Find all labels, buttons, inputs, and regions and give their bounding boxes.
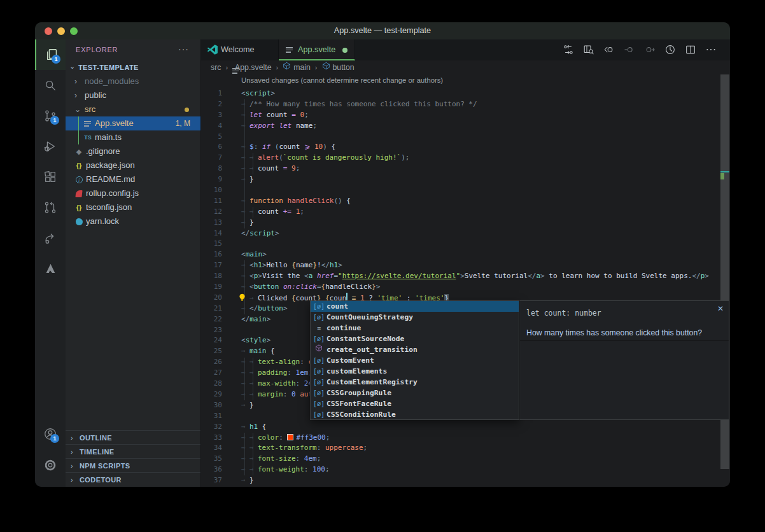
activity-bar-item-explorer[interactable]: 1 bbox=[35, 39, 66, 70]
activity-bar-item-accounts[interactable]: 1 bbox=[35, 419, 66, 449]
chevron-right-icon: › bbox=[71, 473, 73, 487]
suggest-item-cssconditionrule[interactable]: [∅]CSSConditionRule bbox=[311, 409, 519, 420]
sidebar-section-outline[interactable]: ›OUTLINE bbox=[66, 430, 200, 444]
tree-item-node-modules[interactable]: ›node_modules bbox=[66, 74, 200, 88]
suggest-item-continue[interactable]: ≡continue bbox=[311, 323, 519, 333]
suggest-item-create_out_transition[interactable]: create_out_transition bbox=[311, 344, 519, 355]
git-icon: ◆ bbox=[74, 147, 83, 156]
suggest-item-customevent[interactable]: [∅]CustomEvent bbox=[311, 355, 519, 366]
suggest-docs-description: How many times has someone clicked this … bbox=[526, 328, 702, 337]
line-number: 6 bbox=[201, 142, 222, 153]
suggest-item-cssgroupingrule[interactable]: [∅]CSSGroupingRule bbox=[311, 388, 519, 398]
code-line-32[interactable]: 32→h1 { bbox=[201, 422, 730, 433]
activity-bar-item-github-pull-requests[interactable] bbox=[35, 192, 66, 223]
breadcrumb-item[interactable]: button bbox=[333, 60, 354, 74]
code-line-35[interactable]: 35→→font-size: 4em; bbox=[201, 454, 730, 465]
code-line-12[interactable]: 12→→count += 1; bbox=[201, 207, 730, 218]
code-line-6[interactable]: 6→$: if (count ⩾ 10) { bbox=[201, 142, 730, 153]
code-line-13[interactable]: 13→} bbox=[201, 218, 730, 228]
more-actions-icon[interactable] bbox=[705, 44, 717, 55]
tree-item-app-svelte[interactable]: App.svelte1, M bbox=[66, 116, 200, 130]
code-line-4[interactable]: 4→export let name; bbox=[201, 121, 730, 132]
tree-item-src[interactable]: ⌄src bbox=[66, 102, 200, 116]
project-root[interactable]: ⌄ TEST-TEMPLATE bbox=[66, 60, 200, 74]
yarn-icon bbox=[74, 217, 83, 226]
suggest-item-constantsourcenode[interactable]: [∅]ConstantSourceNode bbox=[311, 333, 519, 344]
chevron-right-icon: › bbox=[74, 88, 77, 102]
tab-app-svelte[interactable]: App.svelte bbox=[279, 39, 355, 60]
activity-bar-item-source-control[interactable]: 1 bbox=[35, 101, 66, 131]
tree-item-package-json[interactable]: {}package.json bbox=[66, 158, 200, 172]
code-line-19[interactable]: 19→<button on:click={handleClick}> bbox=[201, 282, 730, 293]
more-actions-icon[interactable]: ··· bbox=[178, 39, 189, 59]
code-editor[interactable]: Unsaved changes (cannot determine recent… bbox=[201, 74, 730, 487]
code-line-3[interactable]: 3→let count = 0; bbox=[201, 110, 730, 121]
scrollbar[interactable] bbox=[720, 74, 729, 487]
sidebar-section-npm-scripts[interactable]: ›NPM SCRIPTS bbox=[66, 458, 200, 472]
activity-bar-item-extensions[interactable] bbox=[35, 162, 66, 192]
previous-change-icon[interactable] bbox=[624, 44, 635, 55]
tree-item-rollup-config-js[interactable]: rollup.config.js bbox=[66, 186, 200, 200]
compare-changes-icon[interactable] bbox=[563, 44, 574, 55]
tree-item-tsconfig-json[interactable]: {}tsconfig.json bbox=[66, 200, 200, 214]
code-line-9[interactable]: 9→} bbox=[201, 174, 730, 185]
code-line-37[interactable]: 37→} bbox=[201, 475, 730, 486]
code-line-34[interactable]: 34→→text-transform: uppercase; bbox=[201, 443, 730, 454]
overview-ruler-modified-mark bbox=[720, 173, 724, 179]
indent-guide bbox=[244, 358, 245, 401]
activity-bar-item-settings[interactable] bbox=[35, 450, 66, 480]
sidebar-section-codetour[interactable]: ›CODETOUR bbox=[66, 472, 200, 486]
rollup-icon bbox=[74, 189, 83, 198]
code-line-33[interactable]: 33→→color: #ff3e00; bbox=[201, 433, 730, 444]
code-line-14[interactable]: 14</script> bbox=[201, 228, 730, 239]
activity-bar-item-run-debug[interactable] bbox=[35, 131, 66, 162]
color-swatch[interactable] bbox=[287, 434, 293, 440]
suggest-item-countqueuingstrategy[interactable]: [∅]CountQueuingStrategy bbox=[311, 312, 519, 323]
code-line-17[interactable]: 17→<h1>Hello {name}!</h1> bbox=[201, 260, 730, 271]
activity-bar-item-azure[interactable] bbox=[35, 253, 66, 284]
codelens-annotation: Unsaved changes (cannot determine recent… bbox=[241, 76, 443, 84]
breadcrumb-item[interactable]: main bbox=[293, 60, 311, 74]
breadcrumb[interactable]: src›App.svelte›main›button bbox=[201, 60, 730, 74]
code-line-16[interactable]: 16<main> bbox=[201, 249, 730, 260]
line-number: 20 bbox=[201, 293, 222, 304]
code-line-15[interactable]: 15 bbox=[201, 239, 730, 249]
code-line-11[interactable]: 11→function handleClick() { bbox=[201, 196, 730, 207]
activity-bar-item-search[interactable] bbox=[35, 70, 66, 101]
title-bar[interactable]: App.svelte — test-template bbox=[35, 22, 730, 39]
suggest-item-cssfontfacerule[interactable]: [∅]CSSFontFaceRule bbox=[311, 398, 519, 409]
tab-welcome[interactable]: Welcome bbox=[202, 39, 279, 60]
code-line-7[interactable]: 7→→alert(`count is dangerously high!`); bbox=[201, 153, 730, 164]
split-editor-icon[interactable] bbox=[685, 44, 696, 55]
code-line-10[interactable]: 10 bbox=[201, 185, 730, 196]
lightbulb-icon[interactable] bbox=[238, 293, 247, 302]
tree-item-public[interactable]: ›public bbox=[66, 88, 200, 102]
code-line-18[interactable]: 18→<p>Visit the <a href="https://svelte.… bbox=[201, 271, 730, 282]
code-line-8[interactable]: 8→→count = 9; bbox=[201, 164, 730, 174]
close-icon[interactable]: ✕ bbox=[717, 304, 724, 313]
tree-item-readme-md[interactable]: iREADME.md bbox=[66, 172, 200, 186]
code-line-1[interactable]: 1<script> bbox=[201, 88, 730, 99]
line-number: 18 bbox=[201, 271, 222, 282]
suggest-item-customelementregistry[interactable]: [∅]CustomElementRegistry bbox=[311, 377, 519, 388]
badge: 1 bbox=[50, 116, 59, 125]
tree-item--gitignore[interactable]: ◆.gitignore bbox=[66, 144, 200, 158]
breadcrumb-item[interactable]: App.svelte bbox=[235, 60, 271, 74]
code-line-5[interactable]: 5 bbox=[201, 132, 730, 143]
unsaved-dot[interactable] bbox=[342, 48, 347, 53]
code-line-2[interactable]: 2→/** How many times has someone clicked… bbox=[201, 99, 730, 110]
next-change-icon[interactable] bbox=[644, 44, 656, 55]
navigate-back-icon[interactable] bbox=[603, 44, 615, 55]
suggest-item-count[interactable]: [∅]count bbox=[311, 301, 519, 312]
suggest-item-customelements[interactable]: [∅]customElements bbox=[311, 366, 519, 377]
activity-bar-item-live-share[interactable] bbox=[35, 223, 66, 253]
timeline-view-icon[interactable] bbox=[664, 44, 676, 55]
breadcrumb-item[interactable]: src bbox=[211, 60, 221, 74]
chevron-down-icon: ⌄ bbox=[69, 62, 75, 71]
sidebar-section-timeline[interactable]: ›TIMELINE bbox=[66, 444, 200, 458]
code-line-36[interactable]: 36→→font-weight: 100; bbox=[201, 465, 730, 475]
tree-item-yarn-lock[interactable]: yarn.lock bbox=[66, 214, 200, 228]
activity-bar: 111 bbox=[35, 39, 66, 487]
tree-item-main-ts[interactable]: TSmain.ts bbox=[66, 130, 200, 144]
open-preview-icon[interactable] bbox=[583, 44, 594, 55]
